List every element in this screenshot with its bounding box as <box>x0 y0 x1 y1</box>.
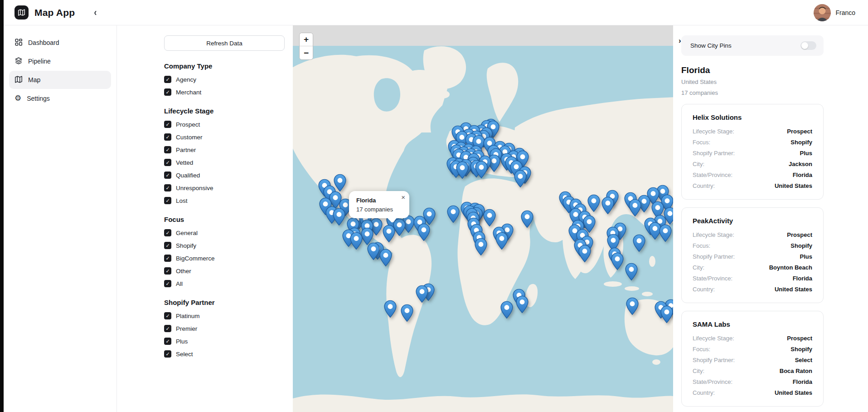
checkbox-checked-icon[interactable]: ✓ <box>164 255 171 262</box>
company-field-label: Focus: <box>693 346 710 353</box>
map-pin[interactable] <box>521 210 533 230</box>
company-field-row: Country: United States <box>693 389 812 396</box>
filter-checkbox-label: Other <box>176 268 191 275</box>
company-field-label: State/Province: <box>693 275 732 282</box>
show-city-pins-toggle[interactable] <box>800 41 816 50</box>
company-field-value: Shopify <box>790 139 812 146</box>
avatar[interactable] <box>814 4 831 21</box>
filter-checkbox-qualified[interactable]: ✓ Qualified <box>164 172 285 179</box>
checkbox-checked-icon[interactable]: ✓ <box>164 267 171 275</box>
pin-icon <box>383 225 395 242</box>
map-pin[interactable] <box>514 170 527 189</box>
filter-checkbox-label: Partner <box>176 147 196 153</box>
map-logo-icon <box>18 9 25 16</box>
map-icon <box>15 75 23 85</box>
map-pin[interactable] <box>383 225 395 244</box>
checkbox-checked-icon[interactable]: ✓ <box>164 197 171 204</box>
filter-checkbox-platinum[interactable]: ✓ Platinum <box>164 312 285 319</box>
map-pin[interactable] <box>578 245 591 265</box>
filter-panel: Refresh Data Company Type ✓ Agency ✓ Mer… <box>117 25 293 412</box>
map-pin[interactable] <box>626 298 639 317</box>
panel-collapse-icon[interactable]: › <box>679 36 681 45</box>
map-pin[interactable] <box>416 285 428 304</box>
map-pin[interactable] <box>516 295 529 315</box>
map-pin[interactable] <box>660 305 673 325</box>
checkbox-checked-icon[interactable]: ✓ <box>164 338 171 345</box>
checkbox-checked-icon[interactable]: ✓ <box>164 76 171 83</box>
refresh-data-button[interactable]: Refresh Data <box>164 35 285 51</box>
filter-checkbox-prospect[interactable]: ✓ Prospect <box>164 121 285 128</box>
map-pin[interactable] <box>379 249 392 268</box>
company-card[interactable]: PeakActivity Lifecycle Stage: Prospect F… <box>681 207 824 303</box>
sidebar-item-map[interactable]: Map <box>9 71 111 89</box>
filter-checkbox-other[interactable]: ✓ Other <box>164 267 285 275</box>
map-pin[interactable] <box>601 196 614 216</box>
company-field-row: City: Boynton Beach <box>693 264 812 271</box>
checkbox-checked-icon[interactable]: ✓ <box>164 133 171 141</box>
checkbox-checked-icon[interactable]: ✓ <box>164 146 171 153</box>
filter-checkbox-unresponsive[interactable]: ✓ Unresponsive <box>164 184 285 191</box>
map-canvas[interactable]: + − Florida 17 companies × <box>293 25 673 412</box>
avatar-photo <box>814 4 831 21</box>
map-pin[interactable] <box>456 162 469 181</box>
map-pin[interactable] <box>611 253 624 272</box>
filter-checkbox-all[interactable]: ✓ All <box>164 280 285 287</box>
popup-close-icon[interactable]: × <box>401 194 405 201</box>
checkbox-checked-icon[interactable]: ✓ <box>164 312 171 319</box>
map-pin[interactable] <box>483 209 496 228</box>
checkbox-checked-icon[interactable]: ✓ <box>164 242 171 249</box>
filter-checkbox-label: Shopify <box>176 242 196 249</box>
map-pin[interactable] <box>475 161 488 180</box>
map-pin[interactable] <box>350 232 363 252</box>
map-pin[interactable] <box>401 304 413 324</box>
sidebar-item-pipeline[interactable]: Pipeline <box>9 52 111 70</box>
sidebar-item-settings[interactable]: ⚙ Settings <box>9 89 111 108</box>
map-pin[interactable] <box>629 199 641 218</box>
user-menu[interactable]: Franco <box>814 4 855 21</box>
filter-checkbox-bigcommerce[interactable]: ✓ BigCommerce <box>164 255 285 262</box>
map-pin[interactable] <box>633 235 645 254</box>
checkbox-checked-icon[interactable]: ✓ <box>164 172 171 179</box>
map-pin[interactable] <box>500 301 513 320</box>
map-pin[interactable] <box>384 300 397 320</box>
filter-checkbox-premier[interactable]: ✓ Premier <box>164 325 285 332</box>
zoom-in-button[interactable]: + <box>300 33 313 46</box>
filter-checkbox-merchant[interactable]: ✓ Merchant <box>164 88 285 96</box>
checkbox-checked-icon[interactable]: ✓ <box>164 229 171 236</box>
pin-icon <box>401 304 413 322</box>
filter-checkbox-partner[interactable]: ✓ Partner <box>164 146 285 153</box>
checkbox-checked-icon[interactable]: ✓ <box>164 184 171 191</box>
checkbox-checked-icon[interactable]: ✓ <box>164 280 171 287</box>
filter-checkbox-lost[interactable]: ✓ Lost <box>164 197 285 204</box>
sidebar-item-dashboard[interactable]: Dashboard <box>9 34 111 52</box>
zoom-out-button[interactable]: − <box>300 46 313 59</box>
map-pin[interactable] <box>417 224 430 243</box>
popup-title: Florida <box>356 197 403 204</box>
filter-checkbox-agency[interactable]: ✓ Agency <box>164 76 285 83</box>
checkbox-checked-icon[interactable]: ✓ <box>164 88 171 96</box>
company-field-row: Lifecycle Stage: Prospect <box>693 231 812 238</box>
map-pin[interactable] <box>625 263 638 283</box>
company-card[interactable]: Helix Solutions Lifecycle Stage: Prospec… <box>681 104 824 200</box>
filter-checkbox-plus[interactable]: ✓ Plus <box>164 338 285 345</box>
filter-checkbox-select[interactable]: ✓ Select <box>164 350 285 358</box>
filter-checkbox-shopify[interactable]: ✓ Shopify <box>164 242 285 249</box>
checkbox-checked-icon[interactable]: ✓ <box>164 350 171 358</box>
checkbox-checked-icon[interactable]: ✓ <box>164 121 171 128</box>
filter-checkbox-general[interactable]: ✓ General <box>164 229 285 236</box>
filter-checkbox-customer[interactable]: ✓ Customer <box>164 133 285 141</box>
map-pin[interactable] <box>659 225 672 244</box>
map-pin[interactable] <box>333 208 345 228</box>
filter-checkbox-label: Premier <box>176 325 197 332</box>
filter-checkbox-vetted[interactable]: ✓ Vetted <box>164 159 285 166</box>
checkbox-checked-icon[interactable]: ✓ <box>164 325 171 332</box>
map-pin[interactable] <box>367 243 380 262</box>
pin-icon <box>416 285 428 303</box>
map-pin[interactable] <box>475 238 487 257</box>
company-card[interactable]: SAMA Labs Lifecycle Stage: Prospect Focu… <box>681 311 824 407</box>
sidebar-collapse-icon[interactable]: ‹ <box>94 6 97 18</box>
pin-icon <box>625 263 638 281</box>
map-pin[interactable] <box>447 205 460 225</box>
map-pin[interactable] <box>495 232 508 252</box>
checkbox-checked-icon[interactable]: ✓ <box>164 159 171 166</box>
